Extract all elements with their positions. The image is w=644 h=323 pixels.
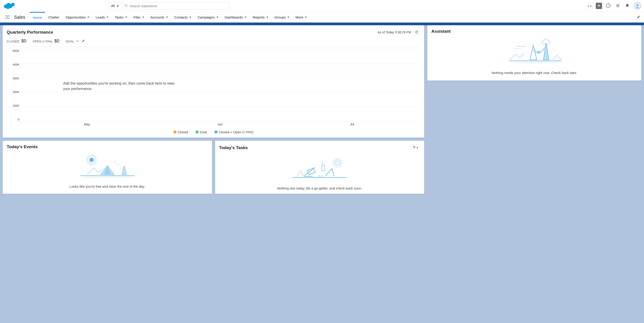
svg-point-10	[7, 15, 8, 16]
legend-item: Goal	[196, 130, 207, 134]
svg-point-13	[7, 17, 8, 18]
filter-icon	[413, 146, 416, 150]
question-icon: ?	[606, 4, 611, 8]
edit-nav-button[interactable]	[637, 15, 640, 20]
svg-rect-29	[322, 165, 324, 171]
nav-tab-label: Contacts	[174, 15, 188, 19]
notifications-button[interactable]	[624, 3, 630, 9]
svg-point-17	[8, 18, 9, 19]
svg-point-23	[334, 160, 341, 166]
open-label: OPEN (>70%)	[33, 40, 52, 43]
nav-tab-label: Chatter	[48, 15, 59, 19]
x-tick: Jun	[218, 122, 223, 126]
chevron-down-icon: ▾	[190, 15, 191, 19]
open-metric: OPEN (>70%) $0	[33, 38, 59, 44]
pencil-icon	[82, 40, 85, 43]
nav-tab-campaigns[interactable]: Campaigns▾	[194, 12, 222, 22]
svg-point-9	[6, 15, 6, 16]
global-search[interactable]	[122, 2, 230, 10]
nav-tab-chatter[interactable]: Chatter	[45, 12, 62, 22]
y-tick: 100K	[7, 104, 20, 107]
app-nav: Sales HomeChatterOpportunities▾Leads▾Tas…	[0, 12, 644, 22]
svg-rect-28	[307, 168, 315, 174]
chevron-down-icon: ▾	[245, 15, 246, 19]
nav-tab-opportunities[interactable]: Opportunities▾	[62, 12, 92, 22]
nav-tab-home[interactable]: Home	[30, 12, 45, 22]
gear-icon	[616, 4, 620, 8]
user-avatar[interactable]	[634, 2, 641, 10]
nav-tab-label: Home	[33, 16, 42, 20]
chevron-down-icon: ▾	[142, 15, 144, 19]
closed-value: $0	[21, 38, 26, 44]
nav-tab-tasks[interactable]: Tasks▾	[112, 12, 130, 22]
svg-point-15	[6, 18, 6, 19]
svg-point-11	[8, 15, 9, 16]
chevron-down-icon: ▾	[166, 15, 168, 19]
nav-tab-label: Reports	[253, 15, 265, 19]
bell-icon	[625, 4, 629, 8]
open-value: $0	[54, 38, 59, 44]
setup-button[interactable]	[615, 3, 621, 9]
pencil-icon	[637, 16, 640, 20]
chevron-down-icon: ▾	[417, 146, 418, 149]
refresh-icon	[415, 30, 418, 34]
svg-point-37	[536, 51, 541, 54]
svg-point-6	[636, 4, 638, 6]
nav-tab-label: Files	[134, 15, 141, 19]
nav-tab-dashboards[interactable]: Dashboards▾	[222, 12, 250, 22]
header-actions: ★ ▾ ?	[586, 2, 641, 10]
svg-text:?: ?	[608, 4, 609, 8]
svg-point-24	[336, 161, 339, 165]
nav-tab-groups[interactable]: Groups▾	[272, 12, 292, 22]
favorites-button[interactable]: ★ ▾	[586, 2, 592, 9]
nav-tab-accounts[interactable]: Accounts▾	[147, 12, 171, 22]
todays-tasks-card: Today's Tasks ▾	[215, 141, 424, 194]
svg-line-31	[332, 168, 334, 176]
assistant-card: Assistant Nothing needs your	[427, 25, 641, 80]
y-tick: 500K	[7, 49, 20, 52]
assistant-empty-text: Nothing needs your attention right now. …	[492, 71, 577, 75]
search-input[interactable]	[130, 4, 227, 8]
app-launcher-button[interactable]	[4, 13, 11, 21]
nav-tab-files[interactable]: Files▾	[130, 12, 148, 22]
svg-point-34	[321, 176, 323, 177]
global-header: All ▾ ★ ▾ ?	[0, 0, 644, 12]
y-tick: 400K	[7, 63, 20, 66]
search-scope-dropdown[interactable]: All ▾	[108, 2, 122, 10]
closed-label: CLOSED	[7, 40, 20, 43]
chevron-down-icon: ▾	[305, 15, 307, 19]
nav-tab-label: Tasks	[115, 15, 123, 19]
global-actions-button[interactable]	[596, 3, 602, 9]
assistant-title: Assistant	[431, 29, 637, 34]
nav-tab-more[interactable]: More▾	[292, 12, 310, 22]
chart-legend: ClosedGoalClosed + Open (>70%)	[7, 130, 420, 134]
search-icon	[124, 4, 128, 8]
quarterly-performance-card: Quarterly Performance As of Today 3:38:2…	[3, 25, 424, 138]
chevron-down-icon: ▾	[107, 15, 108, 19]
quarterly-chart: 500K400K300K200K100K0 Add the opportunit…	[7, 47, 420, 130]
nav-tab-reports[interactable]: Reports▾	[250, 12, 272, 22]
legend-label: Closed	[178, 130, 188, 134]
y-tick: 0	[7, 118, 20, 121]
help-button[interactable]: ?	[605, 3, 612, 9]
nav-tab-contacts[interactable]: Contacts▾	[171, 12, 194, 22]
goal-value: --	[76, 38, 79, 44]
tasks-filter-dropdown[interactable]: ▾	[410, 144, 420, 151]
chevron-down-icon: ▾	[117, 4, 118, 8]
nav-tab-label: Opportunities	[66, 15, 86, 19]
nav-tab-label: More	[296, 15, 303, 19]
chevron-down-icon: ▾	[266, 15, 268, 19]
as-of-timestamp: As of Today 3:38:29 PM	[378, 30, 411, 34]
legend-label: Closed + Open (>70%)	[219, 130, 253, 134]
app-name: Sales	[14, 15, 25, 20]
legend-swatch	[174, 130, 176, 133]
refresh-button[interactable]	[413, 29, 420, 36]
star-icon: ★	[587, 4, 590, 8]
edit-goal-button[interactable]	[82, 39, 85, 43]
svg-line-1	[127, 6, 128, 7]
nav-tab-leads[interactable]: Leads▾	[92, 12, 112, 22]
y-tick: 300K	[7, 77, 20, 80]
svg-point-0	[125, 4, 127, 6]
legend-label: Goal	[200, 130, 207, 134]
chevron-down-icon: ▾	[216, 15, 218, 19]
